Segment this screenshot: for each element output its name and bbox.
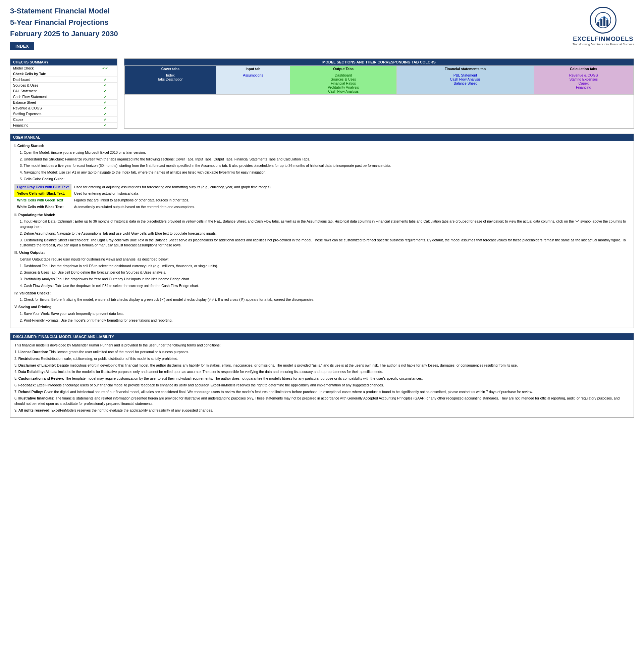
check-row-label: Financing — [10, 123, 93, 128]
um-section: II. Populating the Model:1. Input Histor… — [15, 213, 629, 248]
staffing-link[interactable]: Staffing Expenses — [570, 77, 598, 81]
cover-tabs-cell: IndexTabs Description — [125, 72, 216, 95]
revenue-cogs-link[interactable]: Revenue & COGS — [569, 73, 598, 77]
disclaimer-item-bold: Restrictions: — [19, 356, 40, 360]
disclaimer-item: 1. License Duration: This license grants… — [15, 350, 629, 355]
pl-statement-link[interactable]: P&L Statement — [454, 73, 477, 77]
color-guide-desc: Automatically calculated outputs based o… — [71, 204, 274, 211]
um-section: IV. Validation Checks:1. Check for Error… — [15, 291, 629, 303]
disclaimer-header: DISCLAIMER: FINANCIAL MODEL USAGE AND LI… — [10, 333, 634, 340]
disclaimer-item-bold: Customization and Review: — [19, 376, 64, 380]
assumptions-link[interactable]: Assumptions — [243, 73, 263, 77]
title-block: 3-Statement Financial Model 5-Year Finan… — [10, 7, 118, 55]
um-item: 1. Open the Model: Ensure you are using … — [20, 150, 629, 155]
checks-subheader: Check Cells by Tab: — [10, 71, 117, 77]
color-guide-cell: White Cells with Black Text: — [15, 204, 71, 211]
disclaimer-item: 2. Restrictions: Redistribution, sale, s… — [15, 356, 629, 361]
color-guide-cell: Yellow Cells with Black Text: — [15, 190, 71, 197]
disclaimer-item: 9. All rights reserved: ExcelFinModels r… — [15, 408, 629, 413]
disclaimer-item: 8. Illustrative financials: The financia… — [15, 396, 629, 407]
um-item: 1. Check for Errors: Before finalizing t… — [20, 297, 629, 303]
input-tab-cell[interactable]: Assumptions — [216, 72, 290, 95]
um-item: 1. Input Historical Data (Optional) : En… — [20, 219, 629, 229]
um-item: 4. Cash Flow Analysis Tab: Use the dropd… — [20, 283, 629, 289]
financial-tabs-cell[interactable]: P&L StatementCash Flow AnalysisBalance S… — [397, 72, 534, 95]
index-badge: INDEX — [10, 42, 34, 50]
color-guide-desc: Figures that are linked to assumptions o… — [71, 197, 274, 204]
financing-link[interactable]: Financing — [576, 85, 591, 89]
model-check-value: ✓✓ — [93, 65, 117, 71]
disclaimer-item: 4. Data Reliability: All data included i… — [15, 369, 629, 375]
color-guide-cell: White Cells with Green Text — [15, 197, 71, 204]
logo-tagline: Transforming Numbers into Financial Succ… — [573, 43, 634, 46]
check-row-value: ✓ — [93, 111, 117, 117]
sources-uses-link[interactable]: Sources & Uses — [331, 77, 356, 81]
disclaimer-item: 3. Disclaimer of Liability: Despite meti… — [15, 363, 629, 368]
title3: February 2025 to January 2030 — [10, 29, 118, 38]
um-item: 1. Dashboard Tab: Use the dropdown in ce… — [20, 264, 629, 269]
check-row-label: Sources & Uses — [10, 83, 93, 88]
check-row-value: ✓ — [93, 83, 117, 88]
model-check-label: Model Check — [10, 65, 93, 71]
check-row-label: Balance Sheet — [10, 100, 93, 105]
svg-point-5 — [607, 19, 608, 20]
dashboard-link[interactable]: Dashboard — [335, 73, 352, 77]
check-row-value: ✓ — [93, 117, 117, 123]
logo-block: EXCELFINMODELS Transforming Numbers into… — [573, 7, 634, 46]
financial-ratios-link[interactable]: Financial Ratios — [331, 81, 356, 85]
disclaimer-item-bold: Disclaimer of Liability: — [19, 363, 56, 367]
um-section-title: II. Populating the Model: — [15, 213, 629, 218]
um-section-title: V. Saving and Printing: — [15, 305, 629, 310]
color-guide-cell: Light Gray Cells with Blue Text — [15, 184, 71, 191]
model-col-header: Financial statements tab — [397, 66, 534, 72]
svg-rect-3 — [603, 17, 605, 26]
model-sections: MODEL SECTIONS AND THEIR CORRESPONDING T… — [124, 59, 634, 129]
um-item: 2. Sources & Uses Tab: Use cell D6 to de… — [20, 270, 629, 275]
color-guide-table: Light Gray Cells with Blue TextUsed for … — [15, 184, 274, 211]
capex-link[interactable]: Capex — [579, 81, 589, 85]
disclaimer-content: This financial model is developed by Mah… — [10, 340, 634, 417]
model-col-header: Cover tabs — [125, 66, 216, 72]
um-item: 2. Understand the Structure: Familiarize… — [20, 157, 629, 162]
disclaimer: DISCLAIMER: FINANCIAL MODEL USAGE AND LI… — [10, 333, 634, 417]
check-row-value: ✓ — [93, 88, 117, 94]
calc-tabs-cell[interactable]: Revenue & COGSStaffing ExpensesCapexFina… — [534, 72, 633, 95]
check-row-label: Staffing Expenses — [10, 111, 93, 117]
checks-summary: CHECKS SUMMARY Model Check✓✓Check Cells … — [10, 59, 117, 129]
svg-rect-4 — [606, 20, 608, 26]
model-col-header: Calculation tabs — [534, 66, 633, 72]
check-row-value: ✓ — [93, 100, 117, 105]
cash-flow-analysis-output-link[interactable]: Cash Flow Analysis — [328, 89, 359, 93]
um-section-title: III. Using Outputs: — [15, 250, 629, 256]
disclaimer-item-bold: Data Reliability: — [19, 370, 45, 374]
profitability-link[interactable]: Profitability Analysis — [328, 85, 359, 89]
color-guide-desc: Used for entering or adjusting assumptio… — [71, 184, 274, 191]
logo-icon — [595, 12, 612, 28]
um-item: 4. Navigating the Model: Use cell A1 in … — [20, 170, 629, 175]
cash-flow-analysis-fin-link[interactable]: Cash Flow Analysis — [450, 77, 480, 81]
disclaimer-item: 7. Refund Policy: Given the digital and … — [15, 390, 629, 395]
um-item: 3. The model includes a five-year foreca… — [20, 163, 629, 169]
disclaimer-item: 6. Feedback: ExcelFinModels encourage us… — [15, 383, 629, 388]
um-item: 1. Save Your Work: Save your work freque… — [20, 311, 629, 316]
disclaimer-intro: This financial model is developed by Mah… — [15, 343, 629, 348]
um-item: 2. Print-Friendly Formats: Use the model… — [20, 318, 629, 323]
um-section-intro: Certain Output tabs require user inputs … — [20, 257, 629, 262]
check-row-label: Cash Flow Statement — [10, 94, 93, 100]
disclaimer-item-bold: All rights reserved: — [19, 408, 51, 412]
um-section: V. Saving and Printing:1. Save Your Work… — [15, 305, 629, 323]
check-row-value: ✓ — [93, 105, 117, 111]
balance-sheet-link[interactable]: Balance Sheet — [454, 81, 477, 85]
model-sections-table: Cover tabsInput tabOutput TabsFinancial … — [124, 65, 634, 95]
model-sections-header: MODEL SECTIONS AND THEIR CORRESPONDING T… — [124, 59, 634, 65]
check-row-label: Capex — [10, 117, 93, 123]
um-section: III. Using Outputs:Certain Output tabs r… — [15, 250, 629, 289]
um-section-title: IV. Validation Checks: — [15, 291, 629, 296]
logo-circle — [590, 7, 617, 34]
check-row-label: Revenue & COGS — [10, 105, 93, 111]
output-tabs-cell[interactable]: DashboardSources & UsesFinancial RatiosP… — [290, 72, 397, 95]
disclaimer-item-bold: Feedback: — [19, 383, 36, 387]
user-manual-content: I. Getting Started:1. Open the Model: En… — [10, 141, 634, 328]
disclaimer-item-bold: Illustrative financials: — [19, 396, 54, 400]
disclaimer-item-bold: License Duration: — [19, 350, 48, 354]
